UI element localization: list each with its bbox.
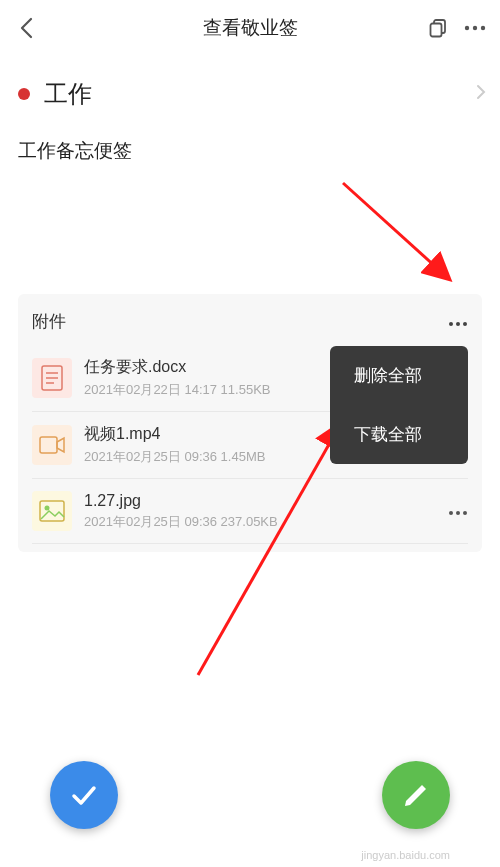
file-name: 1.27.jpg (84, 492, 440, 510)
header-actions (428, 18, 486, 38)
svg-line-20 (343, 183, 448, 278)
svg-point-7 (463, 322, 467, 326)
watermark: jingyan.baidu.com (361, 849, 450, 861)
page-title: 查看敬业签 (203, 15, 298, 41)
svg-point-5 (449, 322, 453, 326)
edit-fab[interactable] (382, 761, 450, 829)
more-horizontal-icon (448, 321, 468, 327)
svg-rect-12 (40, 437, 57, 453)
video-icon (32, 425, 72, 465)
chevron-right-icon (476, 84, 486, 104)
copy-button[interactable] (428, 18, 448, 38)
category-color-dot (18, 88, 30, 100)
svg-point-17 (456, 511, 460, 515)
svg-point-15 (45, 506, 50, 511)
header-more-button[interactable] (464, 25, 486, 31)
attachment-item[interactable]: 1.27.jpg 2021年02月25日 09:36 237.05KB (32, 479, 468, 544)
svg-point-3 (473, 26, 477, 30)
svg-point-2 (465, 26, 469, 30)
attachments-label: 附件 (32, 310, 66, 333)
category-name: 工作 (44, 78, 92, 110)
category-row[interactable]: 工作 (0, 56, 500, 118)
delete-all-menu-item[interactable]: 删除全部 (330, 346, 468, 405)
file-info: 1.27.jpg 2021年02月25日 09:36 237.05KB (84, 492, 440, 531)
svg-rect-1 (431, 24, 442, 37)
pencil-icon (402, 781, 430, 809)
svg-point-18 (463, 511, 467, 515)
more-horizontal-icon (464, 25, 486, 31)
download-all-menu-item[interactable]: 下载全部 (330, 405, 468, 464)
chevron-left-icon (19, 17, 33, 39)
confirm-fab[interactable] (50, 761, 118, 829)
svg-point-16 (449, 511, 453, 515)
annotation-arrow (338, 178, 478, 298)
check-icon (68, 779, 100, 811)
back-button[interactable] (14, 16, 38, 40)
copy-icon (428, 18, 448, 38)
document-icon (32, 358, 72, 398)
file-meta: 2021年02月25日 09:36 237.05KB (84, 513, 440, 531)
attachments-header: 附件 (32, 310, 468, 333)
header: 查看敬业签 (0, 0, 500, 56)
attachments-popup-menu: 删除全部 下载全部 (330, 346, 468, 464)
svg-point-4 (481, 26, 485, 30)
more-horizontal-icon (448, 510, 468, 516)
image-icon (32, 491, 72, 531)
attachment-item-more-button[interactable] (448, 502, 468, 520)
note-title: 工作备忘便签 (0, 118, 500, 184)
svg-marker-13 (57, 438, 64, 452)
attachments-more-button[interactable] (448, 313, 468, 331)
svg-point-6 (456, 322, 460, 326)
attachments-card: 附件 任务要求.docx 2021年02月22日 14:17 11.55KB 视… (18, 294, 482, 552)
bottom-action-bar (0, 761, 500, 829)
svg-rect-14 (40, 501, 64, 521)
